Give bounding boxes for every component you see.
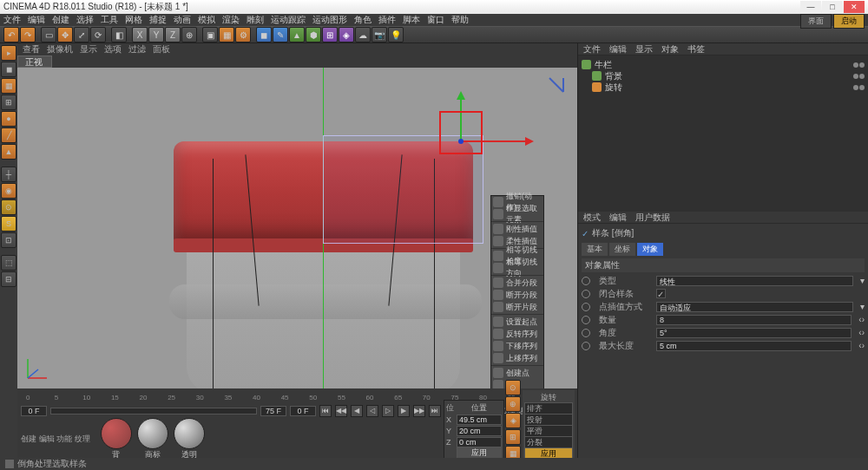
ctx-item[interactable]: 下移序列	[491, 340, 543, 352]
viewport-solo-button[interactable]: ◉	[1, 183, 16, 199]
menu-网格[interactable]: 网格	[125, 14, 142, 26]
coord-system-button[interactable]: ⊕	[181, 27, 197, 42]
coord-x-field[interactable]: 49.5 cm	[457, 415, 502, 425]
viewport-tab[interactable]: 摄像机	[47, 43, 73, 55]
move-tool-button[interactable]: ✥	[57, 27, 73, 42]
strip-tool-4[interactable]: ⊞	[505, 429, 521, 445]
dropdown-arrow-icon[interactable]: ▾	[860, 276, 865, 285]
attr-anim-dot[interactable]	[582, 290, 590, 298]
snap-2d-button[interactable]: ⊟	[1, 271, 16, 287]
attr-subtab[interactable]: 基本	[582, 243, 608, 256]
redo-button[interactable]: ↷	[20, 27, 36, 42]
menu-渲染[interactable]: 渲染	[222, 14, 240, 26]
menu-运动图形[interactable]: 运动图形	[312, 14, 347, 26]
snap-settings-button[interactable]: S	[1, 216, 16, 232]
ctx-item[interactable]: 设置起点	[491, 316, 543, 328]
viewport-tab[interactable]: 显示	[80, 43, 97, 55]
menu-捕捉[interactable]: 捕捉	[149, 14, 167, 26]
viewport-tab[interactable]: 过滤	[128, 43, 146, 55]
rotate-tool-button[interactable]: ⟳	[90, 27, 106, 42]
attr-field[interactable]: 8	[656, 315, 852, 325]
maximize-button[interactable]: □	[822, 1, 843, 13]
visibility-dots[interactable]	[852, 71, 865, 81]
polygon-mode-button[interactable]: ▲	[1, 144, 16, 160]
spline-pen-button[interactable]: ✎	[273, 27, 288, 42]
viewport-tab[interactable]: 查看	[23, 43, 40, 55]
spinner-icon[interactable]: ‹›	[858, 341, 865, 350]
strip-tool-1[interactable]: ⊙	[505, 380, 521, 395]
attr-checkbox[interactable]: ✓	[656, 289, 666, 298]
viewport[interactable]: 撤销(动作)框显选取元素刚性插值柔性插值相等切线长度相等切线方向合并分段断开分段…	[17, 68, 577, 388]
obj-tab[interactable]: 编辑	[609, 43, 627, 55]
environment-button[interactable]: ☁	[355, 27, 371, 42]
goto-end-button[interactable]: ⏭	[429, 405, 441, 417]
menu-帮助[interactable]: 帮助	[451, 14, 469, 26]
attr-subtab[interactable]: 对象	[637, 243, 663, 256]
material-preview[interactable]	[137, 418, 168, 449]
menu-运动跟踪[interactable]: 运动跟踪	[271, 14, 306, 26]
menu-插件[interactable]: 插件	[378, 14, 396, 26]
strip-tool-2[interactable]: ⊕	[505, 396, 521, 412]
end-frame-field[interactable]: 75 F	[260, 406, 286, 416]
coord-z-field[interactable]: 0 cm	[457, 437, 502, 447]
visibility-dots[interactable]	[852, 60, 865, 69]
array-button[interactable]: ⊞	[322, 27, 338, 42]
attr-header-tab[interactable]: 模式	[583, 212, 601, 224]
timeline-slider[interactable]	[50, 408, 257, 415]
material-preview[interactable]	[174, 418, 205, 449]
snap-enable-button[interactable]: ⊙	[1, 199, 16, 215]
dropdown-arrow-icon[interactable]: ▾	[860, 302, 865, 311]
ctx-item[interactable]: 相等切线方向	[491, 262, 543, 274]
undo-button[interactable]: ↶	[3, 27, 19, 42]
ctx-item[interactable]: 刚性插值	[491, 223, 543, 235]
point-mode-button[interactable]: ●	[1, 111, 16, 127]
next-key-button[interactable]: ▶▶	[413, 405, 425, 417]
ctx-item[interactable]: 上移序列	[491, 352, 543, 364]
attr-subtab[interactable]: 坐标	[609, 243, 635, 256]
attr-field[interactable]: 自动适应	[656, 302, 853, 312]
snap-3d-button[interactable]: ⬚	[1, 255, 16, 271]
light-button[interactable]: 💡	[388, 27, 404, 42]
menu-脚本[interactable]: 脚本	[403, 14, 420, 26]
ctx-item[interactable]: 反转序列	[491, 328, 543, 340]
axis-button[interactable]: ┼	[1, 166, 16, 182]
render-region-button[interactable]: ▦	[219, 27, 234, 42]
ctx-item[interactable]: 创建点	[491, 367, 543, 379]
ctx-item[interactable]: 断开片段	[491, 301, 543, 313]
render-settings-button[interactable]: ⚙	[235, 27, 251, 42]
obj-tab[interactable]: 对象	[661, 43, 679, 55]
menu-创建[interactable]: 创建	[52, 14, 69, 26]
primitive-cube-button[interactable]: ◼	[256, 27, 272, 42]
attr-field[interactable]: 5°	[656, 328, 852, 338]
texture-mode-button[interactable]: ▦	[1, 78, 16, 94]
object-tree-item[interactable]: 旋转	[582, 82, 865, 93]
deformer-button[interactable]: ◈	[339, 27, 354, 42]
attr-anim-dot[interactable]	[582, 303, 590, 311]
axis-x-button[interactable]: X	[132, 27, 148, 42]
scale-tool-button[interactable]: ⤢	[74, 27, 89, 42]
attr-anim-dot[interactable]	[582, 342, 590, 350]
minimize-button[interactable]: —	[800, 1, 821, 13]
menu-雕刻[interactable]: 雕刻	[247, 14, 264, 26]
attr-field[interactable]: 5 cm	[656, 341, 852, 351]
workplane-button[interactable]: ⊞	[1, 95, 16, 110]
attr-anim-dot[interactable]	[582, 277, 590, 285]
model-mode-button[interactable]: ◼	[1, 62, 16, 77]
ctx-item[interactable]: 断开分段	[491, 289, 543, 301]
ctx-item[interactable]: 框显选取元素	[491, 208, 543, 220]
attr-anim-dot[interactable]	[582, 316, 590, 324]
close-button[interactable]: ✕	[844, 1, 865, 13]
workplane-mode-button[interactable]: ⊡	[1, 232, 16, 248]
obj-tab[interactable]: 文件	[583, 43, 601, 55]
strip-tool-3[interactable]: ◈	[505, 413, 521, 428]
select-tool-button[interactable]: ▭	[41, 27, 56, 42]
menu-工具[interactable]: 工具	[101, 14, 118, 26]
object-manager[interactable]: 牛栏背景旋转	[578, 55, 868, 212]
axis-y-button[interactable]: Y	[148, 27, 164, 42]
menu-动画[interactable]: 动画	[174, 14, 191, 26]
prev-frame-button[interactable]: ◀	[351, 405, 363, 417]
make-editable-button[interactable]: ▸	[1, 45, 16, 61]
layout-tab-ui[interactable]: 界面	[800, 14, 832, 29]
current-frame-field[interactable]: 0 F	[290, 406, 316, 416]
obj-tab[interactable]: 显示	[635, 43, 653, 55]
